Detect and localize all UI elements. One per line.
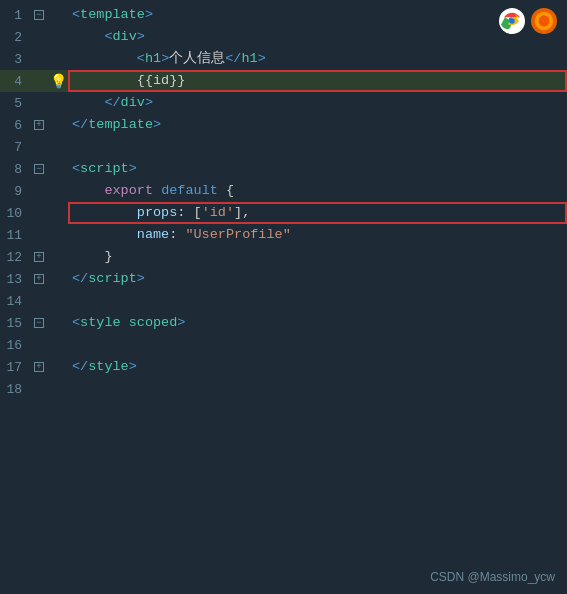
token: >	[137, 271, 145, 286]
line-number-1: 1	[0, 8, 30, 23]
token: style	[88, 359, 129, 374]
token: name	[137, 227, 169, 242]
token: >	[129, 161, 137, 176]
line-number-3: 3	[0, 52, 30, 67]
code-line-8: 8−<script>	[0, 158, 567, 180]
fold-area-6[interactable]: +	[30, 120, 48, 130]
line-number-6: 6	[0, 118, 30, 133]
code-line-14: 14	[0, 290, 567, 312]
code-line-4: 4💡 {{id}}	[0, 70, 567, 92]
token: </	[72, 271, 88, 286]
code-line-13: 13+</script>	[0, 268, 567, 290]
code-line-16: 16	[0, 334, 567, 356]
fold-button-17[interactable]: +	[34, 362, 44, 372]
token: 个人信息	[169, 51, 225, 66]
code-content-1: <template>	[68, 4, 567, 26]
code-line-2: 2 <div>	[0, 26, 567, 48]
svg-point-1	[509, 18, 515, 24]
line-number-15: 15	[0, 316, 30, 331]
fold-button-8[interactable]: −	[34, 164, 44, 174]
line-number-11: 11	[0, 228, 30, 243]
token: props	[137, 205, 178, 220]
code-lines: 1−<template>2 <div>3 <h1>个人信息</h1>4💡 {{i…	[0, 0, 567, 400]
line-number-9: 9	[0, 184, 30, 199]
fold-button-15[interactable]: −	[34, 318, 44, 328]
token: >	[145, 95, 153, 110]
firefox-icon[interactable]	[531, 8, 557, 34]
line-number-8: 8	[0, 162, 30, 177]
line-number-12: 12	[0, 250, 30, 265]
code-line-3: 3 <h1>个人信息</h1>	[0, 48, 567, 70]
code-line-18: 18	[0, 378, 567, 400]
line-number-2: 2	[0, 30, 30, 45]
token: div	[113, 29, 137, 44]
fold-area-13[interactable]: +	[30, 274, 48, 284]
line-number-10: 10	[0, 206, 30, 221]
code-line-6: 6+</template>	[0, 114, 567, 136]
line-number-7: 7	[0, 140, 30, 155]
token: style scoped	[80, 315, 177, 330]
svg-point-3	[539, 16, 550, 27]
token: script	[88, 271, 137, 286]
code-line-5: 5 </div>	[0, 92, 567, 114]
token: >	[129, 359, 137, 374]
token	[72, 183, 104, 198]
line-number-13: 13	[0, 272, 30, 287]
code-line-11: 11 name: "UserProfile"	[0, 224, 567, 246]
token: </	[104, 95, 120, 110]
token: :	[169, 227, 185, 242]
token: h1	[241, 51, 257, 66]
hint-area-4: 💡	[48, 73, 68, 90]
code-content-2: <div>	[68, 26, 567, 48]
line-number-4: 4	[0, 74, 30, 89]
token: :	[177, 205, 193, 220]
line-number-17: 17	[0, 360, 30, 375]
code-editor: 1−<template>2 <div>3 <h1>个人信息</h1>4💡 {{i…	[0, 0, 567, 594]
fold-button-12[interactable]: +	[34, 252, 44, 262]
code-line-10: 10 props: ['id'],	[0, 202, 567, 224]
token: default	[161, 183, 218, 198]
line-number-16: 16	[0, 338, 30, 353]
code-content-17: </style>	[68, 356, 567, 378]
token	[72, 51, 137, 66]
token: >	[153, 117, 161, 132]
code-line-15: 15−<style scoped>	[0, 312, 567, 334]
fold-area-17[interactable]: +	[30, 362, 48, 372]
token	[72, 205, 137, 220]
token: {	[218, 183, 234, 198]
fold-area-1[interactable]: −	[30, 10, 48, 20]
code-line-17: 17+</style>	[0, 356, 567, 378]
line-number-5: 5	[0, 96, 30, 111]
token: ],	[234, 205, 250, 220]
fold-button-1[interactable]: −	[34, 10, 44, 20]
token: <	[72, 7, 80, 22]
code-content-13: </script>	[68, 268, 567, 290]
token: [	[194, 205, 202, 220]
code-content-15: <style scoped>	[68, 312, 567, 334]
code-content-8: <script>	[68, 158, 567, 180]
hint-bulb-icon[interactable]: 💡	[50, 73, 67, 90]
token: h1	[145, 51, 161, 66]
token: }	[72, 249, 113, 264]
code-content-6: </template>	[68, 114, 567, 136]
token: div	[121, 95, 145, 110]
fold-area-15[interactable]: −	[30, 318, 48, 328]
fold-area-12[interactable]: +	[30, 252, 48, 262]
token: script	[80, 161, 129, 176]
line-number-18: 18	[0, 382, 30, 397]
chrome-icon[interactable]	[499, 8, 525, 34]
fold-area-8[interactable]: −	[30, 164, 48, 174]
code-line-7: 7	[0, 136, 567, 158]
token: </	[225, 51, 241, 66]
code-content-11: name: "UserProfile"	[68, 224, 567, 246]
code-content-10: props: ['id'],	[68, 202, 567, 224]
fold-button-13[interactable]: +	[34, 274, 44, 284]
token	[72, 227, 137, 242]
token: template	[80, 7, 145, 22]
token: <	[72, 161, 80, 176]
token: template	[88, 117, 153, 132]
code-content-3: <h1>个人信息</h1>	[68, 48, 567, 70]
token	[72, 95, 104, 110]
code-line-9: 9 export default {	[0, 180, 567, 202]
fold-button-6[interactable]: +	[34, 120, 44, 130]
